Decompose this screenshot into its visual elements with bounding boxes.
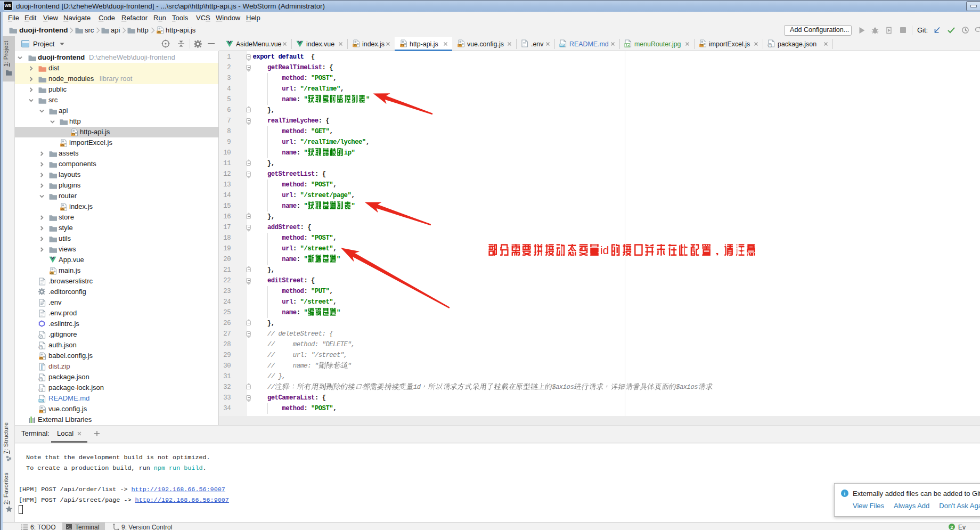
svg-text:{}: {} — [39, 346, 43, 349]
svg-text:JS: JS — [401, 44, 404, 47]
svg-text:MD: MD — [560, 44, 564, 47]
svg-text:{}: {} — [39, 388, 43, 392]
svg-text:JS: JS — [458, 44, 462, 47]
svg-text:{}: {} — [768, 44, 772, 47]
svg-text:MD: MD — [39, 399, 43, 402]
svg-text:JS: JS — [39, 356, 43, 360]
svg-text:JS: JS — [50, 271, 54, 274]
svg-text:JS: JS — [39, 410, 43, 413]
svg-text:JS: JS — [157, 30, 161, 34]
svg-text:{}: {} — [39, 378, 43, 381]
svg-text:JS: JS — [353, 44, 357, 47]
svg-text:JS: JS — [71, 133, 75, 136]
svg-text:JS: JS — [61, 143, 64, 146]
svg-text:JS: JS — [61, 207, 64, 210]
svg-text:JS: JS — [700, 44, 704, 47]
